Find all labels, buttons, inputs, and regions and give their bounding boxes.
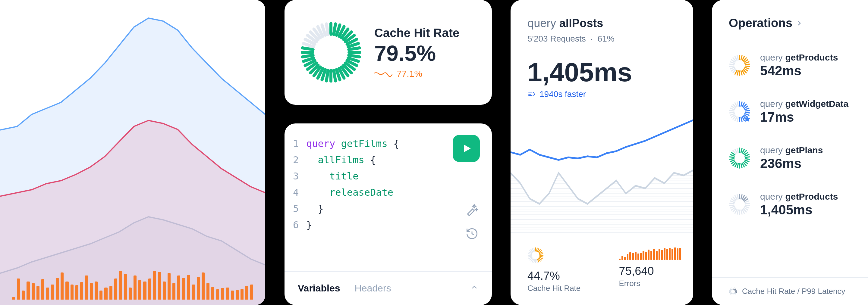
svg-line-19 <box>334 70 336 81</box>
legend-ring-icon <box>729 287 737 296</box>
svg-line-120 <box>737 102 738 106</box>
svg-line-166 <box>730 205 734 206</box>
svg-line-191 <box>731 288 732 290</box>
operations-header[interactable]: Operations <box>712 0 868 42</box>
tab-headers[interactable]: Headers <box>355 283 391 294</box>
operation-row[interactable]: query getPlans236ms <box>712 135 868 181</box>
svg-line-128 <box>745 159 749 159</box>
traffic-bar-chart <box>0 269 265 305</box>
svg-line-9 <box>349 48 360 50</box>
chevron-right-icon <box>795 19 803 27</box>
svg-line-81 <box>741 71 742 75</box>
svg-line-107 <box>741 117 742 121</box>
star-icon <box>743 115 751 123</box>
traffic-chart-card <box>0 0 265 305</box>
operation-row[interactable]: query getProducts1,405ms <box>712 181 868 228</box>
svg-line-167 <box>730 203 734 204</box>
svg-line-102 <box>745 112 749 113</box>
tab-variables[interactable]: Variables <box>298 283 340 294</box>
svg-line-176 <box>735 289 736 290</box>
svg-line-116 <box>730 108 734 110</box>
cache-hit-rate-value: 79.5% <box>374 41 459 66</box>
stat-errors-label: Errors <box>619 279 681 288</box>
svg-line-142 <box>730 155 734 156</box>
svg-line-186 <box>730 292 732 294</box>
history-icon[interactable] <box>465 227 478 240</box>
svg-line-114 <box>730 112 734 113</box>
performance-faster-badge: 1940s faster <box>527 90 676 99</box>
svg-line-94 <box>737 56 738 60</box>
operation-ring-icon <box>729 147 750 169</box>
cache-hit-rate-ring <box>301 22 361 82</box>
performance-latency-value: 1,405ms <box>527 57 676 88</box>
stat-errors: 75,640 Errors <box>602 235 693 305</box>
svg-line-161 <box>737 210 738 214</box>
svg-line-21 <box>327 70 328 81</box>
operation-ring-icon <box>729 55 750 76</box>
cache-hit-rate-trend: 77.1% <box>374 69 459 79</box>
svg-line-155 <box>745 207 749 208</box>
chevron-up-icon <box>470 283 478 292</box>
svg-line-76 <box>745 66 749 67</box>
performance-query-title: query allPosts <box>527 17 676 30</box>
svg-line-139 <box>730 160 734 162</box>
operation-ring-icon <box>729 194 750 215</box>
code-line: 2 allFilms { <box>293 152 480 168</box>
operation-ring-icon <box>729 101 750 123</box>
svg-line-182 <box>734 293 734 295</box>
svg-line-89 <box>730 64 734 65</box>
svg-line-127 <box>745 157 749 158</box>
svg-line-184 <box>732 293 733 295</box>
svg-line-148 <box>741 195 742 199</box>
svg-line-113 <box>730 114 734 115</box>
svg-line-31 <box>302 48 313 50</box>
svg-line-168 <box>730 201 734 202</box>
svg-line-87 <box>730 67 734 69</box>
svg-line-63 <box>528 253 532 254</box>
query-performance-card: query allPosts 5'203 Requests · 61% 1,40… <box>510 0 693 305</box>
operations-footer: Cache Hit Rate / P99 Latency <box>712 277 868 305</box>
svg-line-109 <box>737 117 738 121</box>
operation-name: query getPlans <box>760 145 823 155</box>
svg-line-181 <box>734 293 735 295</box>
svg-line-96 <box>741 102 742 106</box>
cache-hit-rate-card: Cache Hit Rate 79.5% 77.1% <box>284 0 492 105</box>
svg-line-101 <box>745 110 749 111</box>
stat-errors-value: 75,640 <box>619 265 681 278</box>
svg-line-47 <box>540 253 543 254</box>
svg-line-185 <box>731 293 732 295</box>
svg-line-135 <box>737 164 738 168</box>
code-line: 5 } <box>293 201 480 217</box>
performance-query-subtitle: 5'203 Requests · 61% <box>527 34 676 44</box>
svg-line-75 <box>745 64 749 65</box>
svg-line-133 <box>741 164 742 168</box>
code-line: 6} <box>293 217 480 233</box>
editor-footer: Variables Headers <box>284 271 492 305</box>
run-query-button[interactable] <box>453 135 480 162</box>
operation-row[interactable]: query getWidgetData17ms <box>712 89 868 135</box>
cache-hit-rate-label: Cache Hit Rate <box>374 26 459 40</box>
magic-wand-icon[interactable] <box>465 203 478 216</box>
svg-line-49 <box>540 256 543 257</box>
svg-line-180 <box>735 292 736 294</box>
stat-cache-label: Cache Hit Rate <box>527 283 590 293</box>
latency-chart <box>510 106 693 235</box>
svg-line-187 <box>730 292 731 293</box>
svg-line-192 <box>732 287 733 289</box>
svg-line-153 <box>745 203 749 204</box>
svg-line-154 <box>745 205 749 206</box>
operation-name: query getProducts <box>760 192 838 202</box>
svg-line-70 <box>741 56 742 60</box>
svg-line-42 <box>536 248 537 251</box>
operation-name: query getProducts <box>760 53 838 63</box>
code-line: 3 title <box>293 168 480 184</box>
svg-line-159 <box>741 210 742 214</box>
operation-row[interactable]: query getProducts542ms <box>712 42 868 89</box>
svg-line-174 <box>734 287 734 289</box>
operations-title: Operations <box>729 16 792 30</box>
operation-latency: 542ms <box>760 63 838 78</box>
svg-line-175 <box>734 288 735 290</box>
footer-collapse-toggle[interactable] <box>470 283 478 294</box>
code-editor[interactable]: 1query getFilms {2 allFilms {3 title4 re… <box>284 124 492 271</box>
stat-cache-value: 44.7% <box>527 269 590 282</box>
